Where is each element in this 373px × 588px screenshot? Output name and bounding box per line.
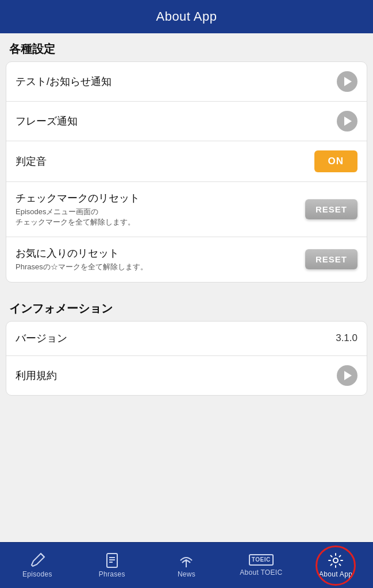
settings-section-heading: 各種設定	[0, 33, 373, 61]
notification-title: テスト/お知らせ通知	[16, 75, 330, 88]
judgment-sound-row: 判定音 ON	[6, 141, 367, 182]
judgment-sound-on-button[interactable]: ON	[314, 150, 358, 172]
app-header: About App	[0, 0, 373, 33]
settings-card-group: テスト/お知らせ通知 フレーズ通知 判定音 ON	[6, 61, 367, 283]
svg-point-6	[333, 558, 338, 563]
information-card-group: バージョン 3.1.0 利用規約	[6, 321, 367, 396]
nav-label-episodes: Episodes	[22, 570, 52, 578]
toeic-icon: TOEIC	[249, 554, 274, 566]
checkmark-reset-subtitle: Episodesメニュー画面のチェックマークを全て解除します。	[16, 207, 298, 227]
favorites-reset-title: お気に入りのリセット	[16, 246, 298, 260]
nav-label-phrases: Phrases	[99, 570, 125, 578]
pencil-icon	[29, 552, 45, 568]
favorites-reset-button[interactable]: RESET	[305, 249, 357, 269]
information-section-heading: インフォメーション	[0, 293, 373, 321]
nav-item-phrases[interactable]: Phrases	[75, 549, 149, 582]
page-title: About App	[156, 9, 217, 24]
nav-label-about-toeic: About TOEIC	[240, 568, 282, 577]
notification-play-button[interactable]	[337, 71, 357, 92]
version-value: 3.1.0	[336, 332, 357, 343]
nav-label-about-app: About App	[319, 570, 352, 578]
nav-item-about-toeic[interactable]: TOEIC About TOEIC	[224, 551, 298, 580]
gear-icon	[328, 552, 344, 568]
favorites-reset-subtitle: Phrasesの☆マークを全て解除します。	[16, 262, 298, 272]
checkmark-reset-button[interactable]: RESET	[305, 199, 357, 219]
nav-label-news: News	[178, 570, 195, 578]
checkmark-reset-row: チェックマークのリセット Episodesメニュー画面のチェックマークを全て解除…	[6, 182, 367, 237]
favorites-reset-row: お気に入りのリセット Phrasesの☆マークを全て解除します。 RESET	[6, 237, 367, 281]
version-title: バージョン	[16, 331, 329, 345]
main-content: 各種設定 テスト/お知らせ通知 フレーズ通知 判定音	[0, 33, 373, 588]
bottom-navigation: Episodes Phrases News TOEIC About TOEIC	[0, 542, 373, 588]
nav-item-news[interactable]: News	[149, 549, 224, 582]
terms-play-button[interactable]	[337, 365, 357, 386]
terms-title: 利用規約	[16, 369, 330, 382]
checkmark-reset-title: チェックマークのリセット	[16, 191, 298, 205]
phrase-notification-title: フレーズ通知	[16, 114, 330, 128]
nav-item-episodes[interactable]: Episodes	[0, 549, 75, 582]
phrase-notification-play-button[interactable]	[337, 111, 357, 131]
nav-item-about-app[interactable]: About App	[298, 549, 373, 582]
antenna-icon	[178, 552, 194, 568]
judgment-sound-title: 判定音	[16, 154, 307, 168]
version-row: バージョン 3.1.0	[6, 322, 367, 356]
svg-point-5	[185, 559, 187, 562]
notification-row: テスト/お知らせ通知	[6, 62, 367, 102]
document-icon	[104, 552, 120, 568]
terms-row: 利用規約	[6, 356, 367, 395]
phrase-notification-row: フレーズ通知	[6, 102, 367, 141]
